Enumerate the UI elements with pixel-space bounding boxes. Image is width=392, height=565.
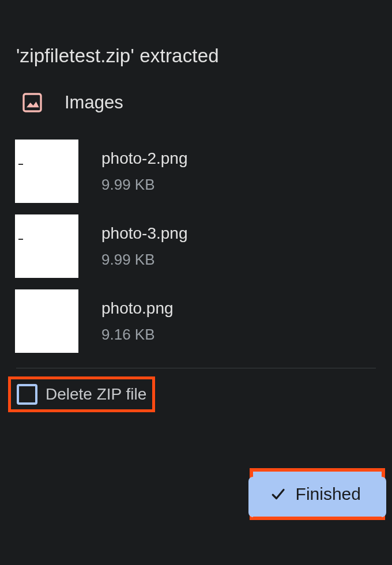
file-name: photo-3.png (101, 224, 187, 243)
list-item[interactable]: photo.png 9.16 KB (0, 289, 392, 364)
checkbox-icon[interactable] (17, 384, 37, 405)
list-item[interactable]: photo-3.png 9.99 KB (0, 214, 392, 289)
file-size: 9.99 KB (101, 176, 187, 194)
file-name: photo-2.png (101, 149, 187, 168)
page-title: 'zipfiletest.zip' extracted (0, 0, 392, 67)
file-thumbnail (15, 289, 78, 353)
section-label: Images (65, 92, 123, 113)
file-list: photo-2.png 9.99 KB photo-3.png 9.99 KB … (0, 126, 392, 364)
file-thumbnail (15, 140, 78, 203)
finished-button-label: Finished (296, 484, 361, 504)
file-name: photo.png (101, 299, 174, 318)
delete-zip-option[interactable]: Delete ZIP file (8, 376, 155, 412)
file-info: photo-2.png 9.99 KB (101, 149, 187, 194)
file-thumbnail (15, 214, 78, 278)
file-info: photo.png 9.16 KB (101, 299, 174, 344)
section-header: Images (0, 67, 392, 126)
svg-rect-0 (24, 94, 41, 111)
check-icon (269, 485, 287, 503)
image-icon (21, 91, 44, 114)
file-info: photo-3.png 9.99 KB (101, 224, 187, 269)
delete-zip-label: Delete ZIP file (46, 385, 146, 404)
divider (16, 368, 376, 368)
list-item[interactable]: photo-2.png 9.99 KB (0, 140, 392, 214)
dialog-root: 'zipfiletest.zip' extracted Images photo… (0, 0, 392, 412)
file-size: 9.16 KB (101, 326, 174, 344)
file-size: 9.99 KB (101, 251, 187, 269)
finished-button-wrap: Finished (250, 468, 385, 520)
finished-button[interactable]: Finished (253, 472, 382, 517)
